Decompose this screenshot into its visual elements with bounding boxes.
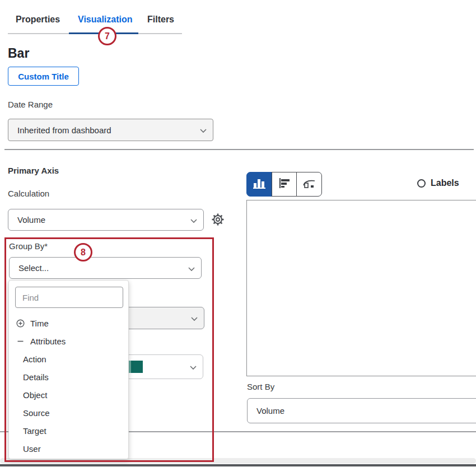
- page-title: Bar: [8, 46, 29, 61]
- labels-toggle[interactable]: Labels: [417, 178, 459, 188]
- dropdown-item-attributes[interactable]: Attributes: [9, 332, 128, 350]
- dropdown-item-label: Action: [23, 354, 46, 364]
- date-range-label: Date Range: [8, 100, 53, 109]
- dropdown-item-target[interactable]: Target: [9, 422, 128, 440]
- calculation-value: Volume: [17, 215, 45, 225]
- visualization-settings-panel: Properties Visualization Filters 7 Bar C…: [0, 0, 476, 467]
- dropdown-item-label: Details: [23, 372, 49, 382]
- group-by-dropdown-panel: Time Attributes Action Details Object So…: [8, 280, 129, 459]
- chart-type-vertical-bar-button[interactable]: [246, 172, 272, 197]
- sort-by-dropdown[interactable]: Volume: [247, 398, 476, 423]
- group-by-value: Select...: [18, 263, 49, 273]
- dropdown-item-label: Time: [30, 319, 49, 328]
- chart-type-horizontal-bar-button[interactable]: [272, 172, 297, 197]
- dropdown-item-label: Target: [23, 426, 46, 436]
- group-by-label: Group By*: [9, 241, 48, 251]
- vertical-bar-chart-icon: [253, 178, 266, 192]
- date-range-dropdown[interactable]: Inherited from dashboard: [8, 119, 213, 141]
- dropdown-item-details[interactable]: Details: [9, 368, 128, 386]
- annotation-step-8: 8: [74, 243, 92, 261]
- dropdown-item-user[interactable]: User: [9, 440, 128, 457]
- labels-radio-label: Labels: [431, 178, 459, 188]
- calculation-label: Calculation: [8, 189, 49, 198]
- dropdown-item-label: Source: [23, 408, 50, 418]
- dropdown-item-list: Time Attributes Action Details Object So…: [9, 314, 128, 457]
- chevron-down-icon: [190, 362, 197, 372]
- pane-bottom-edge: [0, 464, 476, 466]
- calculation-dropdown[interactable]: Volume: [8, 209, 204, 231]
- pareto-chart-icon: [302, 178, 316, 191]
- horizontal-bar-chart-icon: [278, 178, 291, 191]
- tab-visualization[interactable]: Visualization: [78, 15, 133, 25]
- chart-preview-area: [246, 200, 476, 376]
- chevron-down-icon: [190, 215, 197, 225]
- chevron-down-icon: [200, 125, 207, 135]
- sort-by-value: Volume: [256, 406, 284, 415]
- dropdown-item-label: User: [23, 444, 41, 454]
- find-input[interactable]: [15, 287, 123, 308]
- palette-swatch-dark-teal: [131, 361, 143, 373]
- primary-axis-heading: Primary Axis: [8, 166, 59, 175]
- chevron-down-icon: [191, 314, 198, 323]
- sort-by-label: Sort By: [247, 382, 274, 391]
- tab-properties[interactable]: Properties: [16, 15, 60, 25]
- date-range-value: Inherited from dashboard: [17, 125, 111, 135]
- custom-title-button[interactable]: Custom Title: [8, 67, 79, 86]
- chart-type-selector: [246, 172, 322, 197]
- expand-icon[interactable]: [16, 319, 25, 328]
- section-divider: [4, 149, 474, 150]
- collapse-icon[interactable]: [16, 337, 25, 345]
- dropdown-item-time[interactable]: Time: [9, 314, 128, 332]
- chevron-down-icon: [188, 263, 195, 273]
- labels-radio-icon[interactable]: [417, 179, 426, 188]
- annotation-step-7: 7: [98, 27, 116, 45]
- gear-icon[interactable]: [211, 213, 225, 226]
- chart-type-pareto-button[interactable]: [296, 172, 322, 197]
- tab-filters[interactable]: Filters: [147, 15, 174, 25]
- dropdown-item-action[interactable]: Action: [9, 350, 128, 368]
- dropdown-item-label: Attributes: [30, 337, 66, 346]
- dropdown-item-source[interactable]: Source: [9, 404, 128, 422]
- group-by-select[interactable]: Select...: [9, 257, 202, 279]
- dropdown-item-object[interactable]: Object: [9, 386, 128, 404]
- dropdown-item-label: Object: [23, 390, 47, 400]
